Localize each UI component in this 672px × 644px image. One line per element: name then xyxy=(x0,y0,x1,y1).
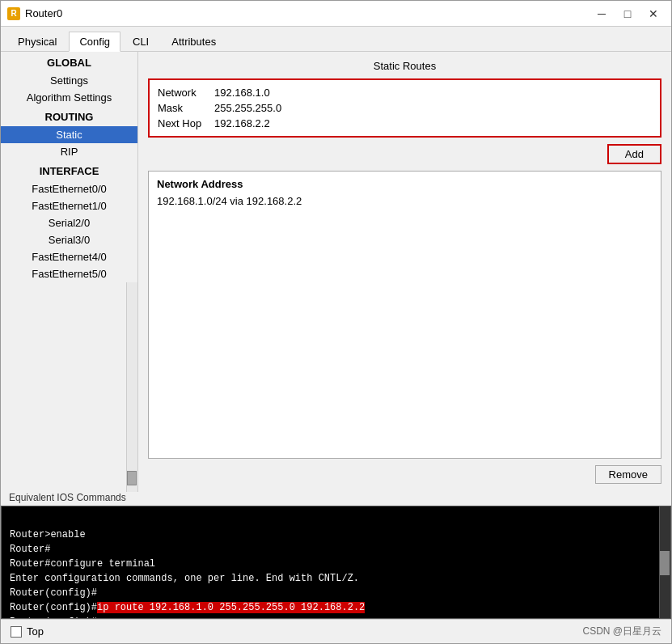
ios-highlighted-command: ip route 192.168.1.0 255.255.255.0 192.1… xyxy=(97,602,365,613)
ios-line-2: Router# xyxy=(10,542,662,557)
network-entry-0[interactable]: 192.168.1.0/24 via 192.168.2.2 xyxy=(157,195,653,207)
sidebar: GLOBAL Settings Algorithm Settings ROUTI… xyxy=(1,52,138,492)
sidebar-item-fastethernet4-0[interactable]: FastEthernet4/0 xyxy=(1,248,137,265)
main-window: R Router0 ─ □ ✕ Physical Config CLI Attr… xyxy=(0,0,672,644)
sidebar-global-header: GLOBAL xyxy=(1,52,137,72)
maximize-button[interactable]: □ xyxy=(616,6,639,22)
sidebar-item-fastethernet1-0[interactable]: FastEthernet1/0 xyxy=(1,197,137,214)
form-row-mask: Mask 255.255.255.0 xyxy=(158,102,652,114)
statusbar: Top CSDN @日星月云 xyxy=(1,619,671,643)
ios-line-6: Router(config)#ip route 192.168.1.0 255.… xyxy=(10,600,662,615)
static-routes-title: Static Routes xyxy=(148,60,661,72)
add-button[interactable]: Add xyxy=(607,144,661,164)
top-checkbox[interactable] xyxy=(11,626,22,638)
titlebar-controls: ─ □ ✕ xyxy=(590,6,665,22)
mask-label: Mask xyxy=(158,102,214,114)
ios-terminal[interactable]: Router>enable Router# Router#configure t… xyxy=(1,506,671,619)
tab-attributes[interactable]: Attributes xyxy=(161,32,226,51)
content-area: GLOBAL Settings Algorithm Settings ROUTI… xyxy=(1,52,671,492)
nexthop-label: Next Hop xyxy=(158,117,214,129)
ios-prefix: Router(config)# xyxy=(10,602,97,613)
nexthop-value: 192.168.2.2 xyxy=(214,117,270,129)
network-label: Network xyxy=(158,87,214,99)
network-value: 192.168.1.0 xyxy=(214,87,270,99)
tab-config[interactable]: Config xyxy=(69,32,120,52)
remove-button[interactable]: Remove xyxy=(595,465,661,484)
sidebar-interface-header: INTERFACE xyxy=(1,160,137,180)
ios-line-5: Router(config)# xyxy=(10,586,662,600)
titlebar: R Router0 ─ □ ✕ xyxy=(1,1,671,27)
network-table-header: Network Address xyxy=(157,178,653,190)
statusbar-watermark: CSDN @日星月云 xyxy=(582,625,661,638)
sidebar-item-static[interactable]: Static xyxy=(1,126,137,143)
app-icon: R xyxy=(7,7,20,20)
ios-line-0 xyxy=(10,513,662,527)
tab-physical[interactable]: Physical xyxy=(7,32,67,51)
route-form: Network 192.168.1.0 Mask 255.255.255.0 N… xyxy=(148,78,661,138)
close-button[interactable]: ✕ xyxy=(642,6,665,22)
titlebar-left: R Router0 xyxy=(7,7,62,20)
ios-scrollbar-thumb xyxy=(660,551,670,575)
right-panel: Static Routes Network 192.168.1.0 Mask 2… xyxy=(138,52,671,492)
sidebar-item-algorithm-settings[interactable]: Algorithm Settings xyxy=(1,89,137,106)
ios-line-3: Router#configure terminal xyxy=(10,557,662,571)
mask-value: 255.255.255.0 xyxy=(214,102,281,114)
minimize-button[interactable]: ─ xyxy=(590,6,613,22)
ios-line-4: Enter configuration commands, one per li… xyxy=(10,571,662,586)
sidebar-item-fastethernet0-0[interactable]: FastEthernet0/0 xyxy=(1,180,137,197)
sidebar-routing-header: ROUTING xyxy=(1,106,137,126)
statusbar-left: Top xyxy=(11,625,44,638)
sidebar-item-serial3-0[interactable]: Serial3/0 xyxy=(1,231,137,248)
ios-line-7: Router(config)# xyxy=(10,615,662,619)
ios-scrollbar[interactable] xyxy=(659,506,670,618)
sidebar-item-fastethernet5-0[interactable]: FastEthernet5/0 xyxy=(1,265,137,282)
ios-section: Equivalent IOS Commands Router>enable Ro… xyxy=(1,492,671,619)
ios-label: Equivalent IOS Commands xyxy=(1,492,671,503)
sidebar-item-serial2-0[interactable]: Serial2/0 xyxy=(1,214,137,231)
sidebar-item-settings[interactable]: Settings xyxy=(1,72,137,89)
sidebar-item-rip[interactable]: RIP xyxy=(1,143,137,160)
network-table: Network Address 192.168.1.0/24 via 192.1… xyxy=(148,171,661,459)
remove-button-row: Remove xyxy=(148,465,661,484)
add-button-row: Add xyxy=(148,144,661,164)
window-title: Router0 xyxy=(25,7,62,19)
top-label: Top xyxy=(27,625,44,638)
ios-line-1: Router>enable xyxy=(10,527,662,542)
tab-cli[interactable]: CLI xyxy=(122,32,159,51)
form-row-nexthop: Next Hop 192.168.2.2 xyxy=(158,117,652,129)
form-row-network: Network 192.168.1.0 xyxy=(158,87,652,99)
tab-bar: Physical Config CLI Attributes xyxy=(1,27,671,52)
